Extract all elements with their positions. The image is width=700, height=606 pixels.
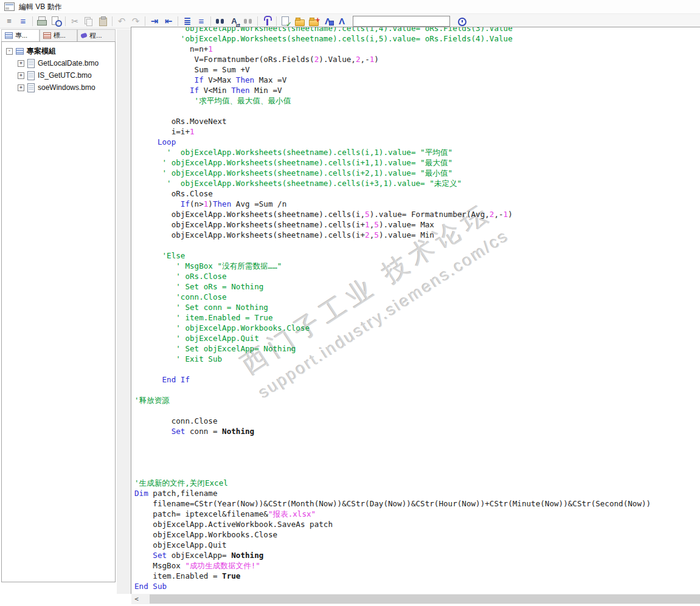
module-stack-icon bbox=[16, 48, 24, 55]
code-line: ' Set conn = Nothing bbox=[134, 302, 700, 312]
code-line: Set objExcelApp= Nothing bbox=[134, 550, 700, 560]
code-line: objExcelApp.Worksheets(sheetname).cells(… bbox=[134, 219, 700, 230]
code-line: ' objExcelApp.Worksheets(sheetname).cell… bbox=[134, 178, 700, 188]
splitter[interactable] bbox=[117, 29, 131, 594]
toolbar-separator bbox=[112, 16, 113, 26]
compass-cube-icon[interactable]: Λ bbox=[321, 15, 334, 27]
code-line: '生成新的文件,关闭Excel bbox=[134, 478, 700, 488]
code-line: Sum = Sum +V bbox=[134, 64, 700, 75]
copy-icon[interactable] bbox=[82, 15, 95, 27]
add-library-icon[interactable]: + bbox=[307, 15, 321, 27]
code-line: oRs.MoveNext bbox=[134, 116, 700, 126]
tree-item[interactable]: +IS_GetUTC.bmo bbox=[2, 69, 115, 81]
tab-procedures[interactable]: 程... bbox=[77, 29, 116, 42]
module-file-icon bbox=[27, 59, 35, 68]
code-line: End Sub bbox=[134, 581, 700, 591]
expand-expander-icon[interactable]: + bbox=[18, 60, 24, 67]
find-next-icon[interactable] bbox=[241, 15, 255, 27]
tree-item[interactable]: +soeWindows.bmo bbox=[2, 81, 115, 94]
title-bar: 編輯 VB 動作 bbox=[0, 0, 700, 13]
toolbar-separator bbox=[257, 16, 258, 26]
code-line: Dim patch,filename bbox=[134, 488, 700, 498]
window-title: 編輯 VB 動作 bbox=[19, 2, 62, 12]
indent-left-icon[interactable]: ⇤ bbox=[162, 15, 175, 27]
wrench-icon[interactable] bbox=[260, 15, 274, 27]
code-line: conn.Close bbox=[134, 416, 700, 426]
scrollbar-thumb[interactable] bbox=[150, 594, 700, 604]
code-line: If V<Min Then Min =V bbox=[134, 85, 700, 95]
redo-icon[interactable]: ↷ bbox=[129, 15, 142, 27]
print-icon[interactable] bbox=[35, 15, 49, 27]
code-line bbox=[134, 436, 700, 447]
code-editor[interactable]: 西门子工业 技术论坛 support.industry.siemens.com/… bbox=[131, 27, 700, 594]
code-line: End If bbox=[134, 374, 700, 385]
code-line: ' oRs.Close bbox=[134, 271, 700, 281]
grip-icon[interactable]: ≡ bbox=[2, 15, 16, 27]
cut-icon[interactable]: ✂ bbox=[68, 15, 81, 27]
code-line: i=i+1 bbox=[134, 126, 700, 137]
code-line: If(n>1)Then Avg =Sum /n bbox=[134, 199, 700, 209]
toolbar-search-input[interactable] bbox=[353, 16, 450, 27]
toolbar-separator bbox=[210, 16, 211, 26]
scroll-left-arrow[interactable]: < bbox=[131, 594, 142, 604]
code-line: n=n+1 bbox=[134, 44, 700, 54]
compass-icon[interactable]: Λ bbox=[335, 15, 348, 27]
code-line: '求平均值、最大值、最小值 bbox=[134, 95, 700, 106]
code-line: ' objExcelApp.Worksheets(sheetname).cell… bbox=[134, 157, 700, 168]
justify-icon[interactable]: ≡ bbox=[16, 15, 30, 27]
code-line: objExcelApp.ActiveWorkbook.SaveAs patch bbox=[134, 519, 700, 529]
collapse-expander-icon[interactable]: - bbox=[6, 48, 13, 55]
code-line: objExcelApp.Worksheets(sheetname).cells(… bbox=[134, 209, 700, 219]
code-line: objExcelApp.Worksheets(sheetname).cells(… bbox=[134, 230, 700, 240]
comment-icon[interactable]: ≣ bbox=[181, 15, 194, 27]
code-line: ' item.Enabled = True bbox=[134, 312, 700, 323]
code-line: ' objExcelApp.Quit bbox=[134, 333, 700, 343]
code-line: patch= iptexcel&filename&"报表.xlsx" bbox=[134, 509, 700, 519]
tree-root-project-modules[interactable]: - 專案模組 bbox=[2, 45, 115, 57]
code-line bbox=[134, 364, 700, 374]
procedures-icon bbox=[81, 33, 88, 39]
code-line: Loop bbox=[134, 137, 700, 147]
code-line bbox=[134, 240, 700, 250]
code-line: '释放资源 bbox=[134, 395, 700, 405]
syntax-check-icon[interactable] bbox=[279, 15, 293, 27]
code-line: ' objExcelApp.Worksheets(sheetname).cell… bbox=[134, 147, 700, 157]
paste-icon[interactable] bbox=[96, 15, 109, 27]
module-file-icon bbox=[27, 83, 35, 92]
code-line: ' Set objExcelApp= Nothing bbox=[134, 343, 700, 354]
code-line bbox=[134, 467, 700, 478]
code-line: Set conn = Nothing bbox=[134, 426, 700, 436]
tree-item-label: GetLocalDate.bmo bbox=[38, 59, 99, 67]
expand-expander-icon[interactable]: + bbox=[18, 72, 24, 79]
indent-right-icon[interactable]: ⇥ bbox=[148, 15, 161, 27]
tab-label: 專... bbox=[15, 31, 27, 40]
undo-icon[interactable]: ↶ bbox=[115, 15, 128, 27]
expand-expander-icon[interactable]: + bbox=[18, 84, 24, 91]
library-icon[interactable] bbox=[293, 15, 307, 27]
module-file-icon bbox=[27, 71, 35, 80]
print-preview-icon[interactable] bbox=[49, 15, 63, 27]
tree-item-label: IS_GetUTC.bmo bbox=[38, 71, 92, 80]
code-line bbox=[134, 385, 700, 395]
uncomment-icon[interactable]: ≡ bbox=[195, 15, 208, 27]
code-line: filename=CStr(Year(Now))&CStr(Month(Now)… bbox=[134, 498, 700, 509]
window-icon bbox=[4, 2, 15, 11]
module-tree-panel: - 專案模組 +GetLocalDate.bmo+IS_GetUTC.bmo+s… bbox=[1, 41, 116, 582]
code-line bbox=[134, 405, 700, 416]
tab-project-modules[interactable]: 專... bbox=[1, 29, 40, 42]
toolbar-separator bbox=[178, 16, 178, 26]
horizontal-scrollbar[interactable]: < bbox=[131, 594, 700, 604]
find-icon[interactable] bbox=[213, 15, 227, 27]
tab-label: 程... bbox=[89, 31, 102, 40]
replace-icon[interactable]: A⇄ bbox=[227, 15, 241, 27]
tree-root-label: 專案模組 bbox=[27, 46, 56, 57]
code-line: ' objExcelApp.Worksheets(sheetname).cell… bbox=[134, 168, 700, 178]
code-line: ' objExcelApp.Workbooks.Close bbox=[134, 323, 700, 333]
tree-item[interactable]: +GetLocalDate.bmo bbox=[2, 57, 115, 69]
toolbar-separator bbox=[145, 16, 145, 26]
clock-icon[interactable] bbox=[456, 15, 469, 27]
code-line bbox=[134, 457, 700, 467]
tab-standard-modules[interactable]: 標... bbox=[40, 29, 78, 42]
code-line bbox=[134, 447, 700, 457]
tab-label: 標... bbox=[54, 31, 66, 40]
